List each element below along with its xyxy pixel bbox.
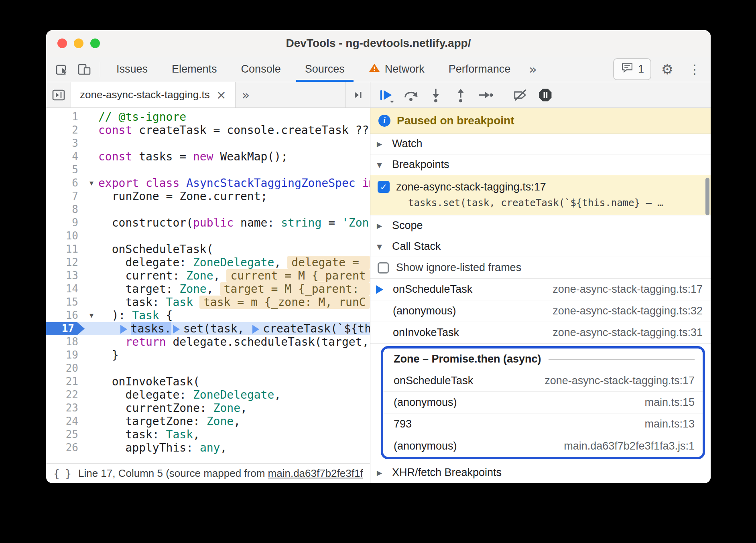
code-token: Zone xyxy=(207,415,234,428)
line-number[interactable]: 20 xyxy=(46,362,85,375)
call-stack-frame[interactable]: (anonymous)zone-async-stack-tagging.ts:3… xyxy=(370,300,711,322)
code-line: 19 } xyxy=(46,348,370,362)
section-breakpoints[interactable]: ▼ Breakpoints xyxy=(370,154,711,175)
step-out-button[interactable] xyxy=(449,85,472,105)
code-text: currentZone: Zone, xyxy=(98,401,370,415)
show-ignore-checkbox[interactable] xyxy=(378,262,389,274)
window-title: DevTools - ng-devtools.netlify.app/ xyxy=(46,37,711,50)
line-number[interactable]: 2 xyxy=(46,124,85,137)
call-stack-frame[interactable]: 793main.ts:13 xyxy=(383,413,703,435)
fold-marker-icon[interactable]: ▾ xyxy=(85,309,98,322)
line-number[interactable]: 10 xyxy=(46,229,85,243)
line-number[interactable]: 13 xyxy=(46,269,85,282)
line-number[interactable]: 7 xyxy=(46,190,85,203)
pause-on-exceptions-button[interactable] xyxy=(534,85,557,105)
navigator-toggle-icon[interactable] xyxy=(46,82,71,107)
editor-status-bar: { } Line 17, Column 5 (source mapped fro… xyxy=(46,463,370,483)
line-number[interactable]: 16 xyxy=(46,309,85,322)
line-number[interactable]: 15 xyxy=(46,296,85,309)
code-token: , xyxy=(234,415,240,428)
zoom-window-button[interactable] xyxy=(90,38,100,48)
inline-breakpoint-marker[interactable] xyxy=(252,325,259,334)
kebab-menu-icon[interactable]: ⋮ xyxy=(683,62,706,77)
call-stack-frame[interactable]: onInvokeTaskzone-async-stack-tagging.ts:… xyxy=(370,322,711,344)
tab-performance[interactable]: Performance xyxy=(437,57,523,82)
breakpoint-checkbox[interactable]: ✓ xyxy=(378,181,390,193)
line-number[interactable]: 1 xyxy=(46,110,85,124)
line-number[interactable]: 9 xyxy=(46,216,85,229)
tab-sources[interactable]: Sources xyxy=(293,57,357,82)
line-number[interactable]: 26 xyxy=(46,441,85,454)
tab-issues[interactable]: Issues xyxy=(104,57,160,82)
step-button[interactable] xyxy=(474,85,497,105)
code-text: return delegate.scheduleTask(target, xyxy=(98,335,370,348)
call-stack-frame[interactable]: onScheduleTaskzone-async-stack-tagging.t… xyxy=(370,279,711,300)
line-number[interactable]: 4 xyxy=(46,150,85,163)
code-text: runZone = Zone.current; xyxy=(98,190,370,203)
tab-network[interactable]: Network xyxy=(357,57,437,82)
inspect-icon[interactable] xyxy=(51,57,73,82)
file-tab-strip: zone-async-stack-tagging.ts × » xyxy=(46,82,370,108)
show-ignore-listed-row[interactable]: Show ignore-listed frames xyxy=(370,257,711,279)
minimize-window-button[interactable] xyxy=(74,38,83,48)
line-number[interactable]: 3 xyxy=(46,137,85,150)
deactivate-breakpoints-button[interactable] xyxy=(509,85,532,105)
more-tabs-icon[interactable]: » xyxy=(236,82,256,107)
tab-console[interactable]: Console xyxy=(229,57,293,82)
breakpoint-entry[interactable]: ✓ zone-async-stack-tagging.ts:17 tasks.s… xyxy=(370,175,711,215)
code-line: 16▾ ): Task { xyxy=(46,309,370,322)
close-tab-icon[interactable]: × xyxy=(216,88,226,102)
code-token: return xyxy=(125,335,166,348)
inline-breakpoint-marker[interactable] xyxy=(173,325,180,334)
line-number[interactable]: 17 xyxy=(46,322,85,335)
step-into-button[interactable] xyxy=(424,85,447,105)
call-stack-frame[interactable]: onScheduleTaskzone-async-stack-tagging.t… xyxy=(383,370,703,392)
tab-elements[interactable]: Elements xyxy=(160,57,229,82)
line-number[interactable]: 25 xyxy=(46,428,85,441)
line-number[interactable]: 14 xyxy=(46,282,85,296)
line-number[interactable]: 5 xyxy=(46,163,85,176)
code-token: , xyxy=(240,401,247,415)
code-token: name: xyxy=(234,216,281,229)
editor-overflow-icon[interactable] xyxy=(345,82,370,107)
line-number[interactable]: 23 xyxy=(46,401,85,415)
pretty-print-icon[interactable]: { } xyxy=(53,468,71,480)
section-watch[interactable]: ▶ Watch xyxy=(370,134,711,154)
line-number[interactable]: 24 xyxy=(46,415,85,428)
file-tab[interactable]: zone-async-stack-tagging.ts × xyxy=(71,82,236,107)
code-text: task: Task, xyxy=(98,428,370,441)
line-number[interactable]: 11 xyxy=(46,243,85,256)
resume-button[interactable] xyxy=(374,85,398,105)
section-scope[interactable]: ▶ Scope xyxy=(370,215,711,236)
code-token: , xyxy=(274,256,281,269)
call-stack-frame[interactable]: (anonymous)main.ts:15 xyxy=(383,392,703,413)
source-map-link[interactable]: main.da63f7b2fe3f1fa3.js) xyxy=(268,467,363,479)
call-stack-frame[interactable]: (anonymous)main.da63f7b2fe3f1fa3.js:1 xyxy=(383,435,703,457)
inline-breakpoint-marker[interactable] xyxy=(120,325,127,334)
line-number[interactable]: 8 xyxy=(46,203,85,216)
fold-marker-icon[interactable]: ▾ xyxy=(85,176,98,190)
panel-tabs: IssuesElementsConsoleSourcesNetworkPerfo… xyxy=(104,57,522,82)
messages-button[interactable]: 1 xyxy=(613,58,651,80)
line-number[interactable]: 12 xyxy=(46,256,85,269)
line-number[interactable]: 6 xyxy=(46,176,85,190)
line-number[interactable]: 21 xyxy=(46,375,85,388)
code-token: Task xyxy=(132,309,159,322)
step-over-button[interactable] xyxy=(399,85,423,105)
section-call-stack[interactable]: ▼ Call Stack xyxy=(370,236,711,257)
code-token: constructor( xyxy=(98,216,193,229)
more-panels-icon[interactable]: » xyxy=(522,57,543,82)
code-editor[interactable]: 1// @ts-ignore2const createTask = consol… xyxy=(46,108,370,463)
code-token: ZoneDelegate xyxy=(193,256,274,269)
device-toolbar-icon[interactable] xyxy=(73,57,96,82)
section-xhr-breakpoints[interactable]: ▶ XHR/fetch Breakpoints xyxy=(370,462,711,483)
fold-spacer xyxy=(85,441,98,454)
frame-location: zone-async-stack-tagging.ts:17 xyxy=(541,283,703,296)
frame-function-name: (anonymous) xyxy=(394,440,457,452)
line-number[interactable]: 22 xyxy=(46,388,85,401)
close-window-button[interactable] xyxy=(57,38,67,48)
settings-gear-icon[interactable]: ⚙ xyxy=(656,61,679,77)
line-number[interactable]: 18 xyxy=(46,335,85,348)
line-number[interactable]: 19 xyxy=(46,348,85,362)
scrollbar-thumb[interactable] xyxy=(705,178,709,215)
